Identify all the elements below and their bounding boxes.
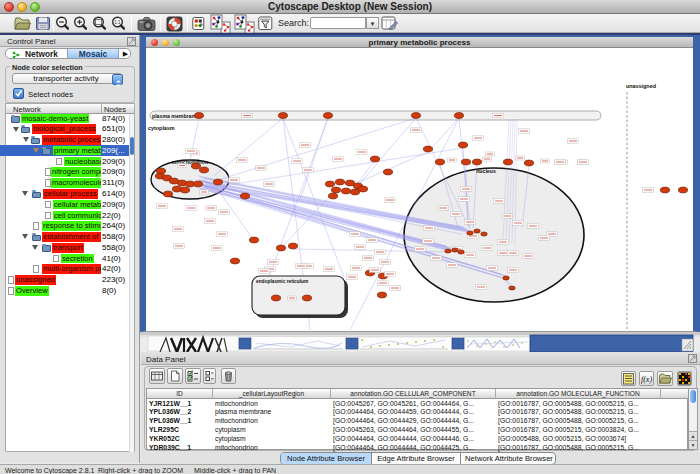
svg-text:endoplasmic reticulum: endoplasmic reticulum xyxy=(256,279,308,284)
svg-text:nucleus: nucleus xyxy=(476,168,496,174)
svg-text:unassigned: unassigned xyxy=(626,83,656,89)
svg-text:cytoplasm: cytoplasm xyxy=(148,125,175,131)
svg-text:f(x): f(x) xyxy=(641,375,652,384)
svg-text:plasma membrane: plasma membrane xyxy=(152,113,198,119)
